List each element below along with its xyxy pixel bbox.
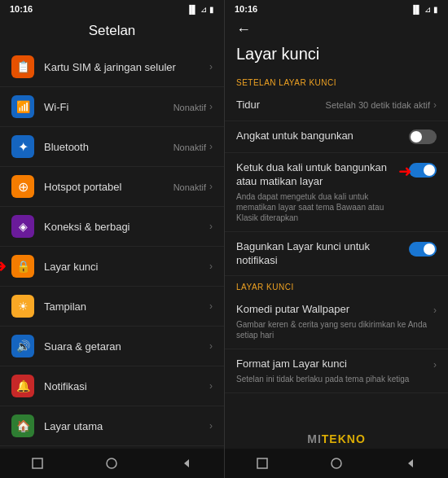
right-status-icons: ▐▌ ⊿ ▮ (411, 5, 438, 14)
settings-item-connect[interactable]: ◈ Koneksi & berbagi › (0, 207, 224, 247)
angkat-label: Angkat untuk bangunkan (236, 129, 409, 143)
tidur-item[interactable]: Tidur Setelah 30 detik tidak aktif › (225, 90, 448, 121)
tidur-label: Tidur (236, 99, 326, 112)
komedi-item[interactable]: Komedi putar Wallpaper Gambar keren & ce… (225, 295, 448, 349)
settings-item-lock[interactable]: ➜ 🔒 Layar kunci › (0, 247, 224, 287)
hotspot-value: Nonaktif (173, 182, 206, 192)
svg-rect-0 (33, 458, 42, 468)
sound-icon: 🔊 (11, 335, 34, 357)
connect-icon: ◈ (11, 215, 34, 238)
wifi-chevron: › (209, 101, 213, 112)
format-item[interactable]: Format jam Layar kunci Setelan ini tidak… (225, 349, 448, 393)
back-icon (181, 458, 192, 469)
right-battery-icon: ▮ (433, 5, 438, 14)
right-panel: 10:16 ▐▌ ⊿ ▮ ← Layar kunci SETELAN LAYAR… (224, 0, 448, 478)
bt-value: Nonaktif (173, 143, 206, 152)
settings-item-sound[interactable]: 🔊 Suara & getaran › (0, 327, 224, 366)
hotspot-label: Hotspot portabel (44, 181, 173, 193)
red-arrow-left: ➜ (0, 256, 7, 277)
komedi-text: Komedi putar Wallpaper Gambar keren & ce… (236, 303, 433, 340)
settings-item-wallpaper[interactable]: 🌸 Wallpaper › (0, 446, 224, 449)
section1-label: SETELAN LAYAR KUNCI (225, 72, 448, 90)
display-icon: ☀ (11, 295, 34, 318)
left-nav-back[interactable] (178, 454, 195, 472)
hotspot-chevron: › (209, 181, 213, 192)
connect-chevron: › (209, 221, 213, 232)
svg-marker-2 (184, 459, 189, 467)
tidur-value: Setelah 30 detik tidak aktif (326, 100, 430, 110)
komedi-sub: Gambar keren & cerita yang seru dikirimk… (236, 319, 433, 340)
right-time: 10:16 (235, 4, 257, 14)
right-nav-square[interactable] (253, 454, 271, 472)
settings-item-display[interactable]: ☀ Tampilan › (0, 287, 224, 327)
angkat-toggle[interactable] (409, 129, 437, 144)
home-text: Layar utama (44, 420, 209, 432)
settings-item-notif[interactable]: 🔔 Notifikasi › (0, 366, 224, 406)
bt-label: Bluetooth (44, 141, 173, 153)
komedi-chevron: › (433, 305, 437, 316)
notif-icon: 🔔 (11, 375, 34, 397)
bagunkan-toggle[interactable] (409, 242, 437, 257)
tidur-chevron: › (433, 99, 437, 111)
home-label: Layar utama (44, 420, 209, 432)
bagunkan-item[interactable]: Bagunkan Layar kunci untuk notifikasi (225, 232, 448, 277)
wifi-status-icon: ⊿ (200, 5, 207, 14)
left-nav-circle[interactable] (103, 454, 121, 472)
connect-label: Koneksi & berbagi (44, 221, 209, 233)
bt-text: Bluetooth (44, 141, 173, 153)
right-status-bar: 10:16 ▐▌ ⊿ ▮ (225, 0, 448, 16)
right-page-title: Layar kunci (225, 40, 448, 72)
left-bottom-nav (0, 449, 224, 478)
wifi-text: Wi-Fi (44, 101, 173, 113)
right-signal-icon: ▐▌ (411, 5, 422, 14)
sound-chevron: › (209, 340, 213, 352)
left-nav-square[interactable] (29, 454, 46, 472)
settings-item-sim[interactable]: 📋 Kartu SIM & jaringan seluler › (0, 47, 224, 87)
right-nav-circle[interactable] (327, 454, 345, 472)
left-time: 10:16 (10, 4, 33, 14)
settings-item-bluetooth[interactable]: ✦ Bluetooth Nonaktif › (0, 127, 224, 167)
komedi-label: Komedi putar Wallpaper (236, 303, 433, 317)
left-panel: 10:16 ▐▌ ⊿ ▮ Setelan 📋 Kartu SIM & jarin… (0, 0, 224, 478)
home-icon: 🏠 (11, 414, 34, 437)
sim-icon: 📋 (11, 55, 34, 78)
lock-text: Layar kunci (44, 261, 209, 273)
angkat-item[interactable]: Angkat untuk bangunkan (225, 121, 448, 153)
bagunkan-toggle-thumb (424, 243, 435, 255)
right-nav-back[interactable] (402, 454, 419, 472)
notif-chevron: › (209, 380, 213, 392)
format-label: Format jam Layar kunci (236, 357, 433, 371)
right-wifi-icon: ⊿ (424, 5, 431, 14)
notif-label: Notifikasi (44, 380, 209, 392)
settings-item-hotspot[interactable]: ⊕ Hotspot portabel Nonaktif › (0, 167, 224, 207)
angkat-toggle-thumb (411, 131, 422, 143)
left-status-bar: 10:16 ▐▌ ⊿ ▮ (0, 0, 224, 16)
left-page-title: Setelan (0, 16, 224, 47)
r-square-icon (257, 458, 268, 469)
sound-text: Suara & getaran (44, 340, 209, 353)
r-circle-icon (331, 458, 342, 469)
settings-item-wifi[interactable]: 📶 Wi-Fi Nonaktif › (0, 87, 224, 127)
hotspot-text: Hotspot portabel (44, 181, 173, 193)
ketuk-toggle[interactable] (409, 163, 437, 178)
wifi-value: Nonaktif (173, 103, 206, 112)
ketuk-label: Ketuk dua kali untuk bangunkan atau mati… (236, 161, 401, 189)
bagunkan-label: Bagunkan Layar kunci untuk notifikasi (236, 240, 401, 268)
ketuk-item[interactable]: Ketuk dua kali untuk bangunkan atau mati… (225, 153, 448, 232)
settings-list: 📋 Kartu SIM & jaringan seluler › 📶 Wi-Fi… (0, 47, 224, 449)
svg-rect-3 (257, 458, 267, 468)
display-text: Tampilan (44, 300, 209, 313)
sim-chevron: › (209, 61, 213, 72)
watermark: MITEKNO (307, 432, 366, 445)
lock-icon: 🔒 (11, 255, 34, 278)
connect-text: Koneksi & berbagi (44, 221, 209, 233)
back-button[interactable]: ← (225, 16, 448, 40)
angkat-text: Angkat untuk bangunkan (236, 129, 409, 143)
display-chevron: › (209, 300, 213, 312)
svg-marker-5 (408, 459, 413, 467)
tidur-text: Tidur (236, 99, 326, 112)
battery-icon: ▮ (209, 5, 214, 14)
settings-item-home[interactable]: 🏠 Layar utama › (0, 406, 224, 446)
wifi-label: Wi-Fi (44, 101, 173, 113)
lock-label: Layar kunci (44, 261, 209, 273)
